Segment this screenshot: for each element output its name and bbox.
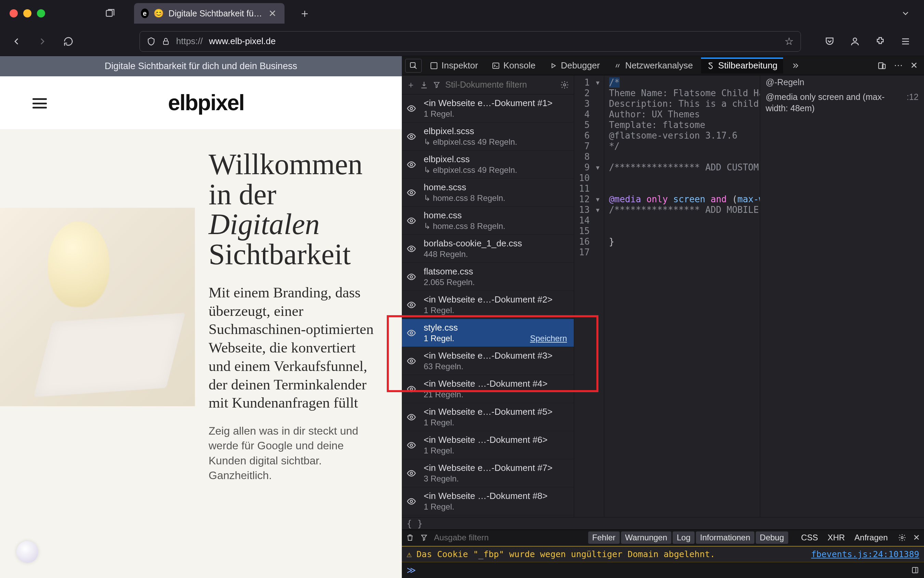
stylesheet-item[interactable]: home.scss↳ home.css 8 Regeln. <box>402 179 574 207</box>
tab-close-button[interactable]: ✕ <box>267 8 278 19</box>
console-input-row[interactable]: ≫ <box>402 562 924 578</box>
extensions-icon[interactable] <box>872 33 888 50</box>
visibility-eye-icon[interactable] <box>406 469 418 478</box>
visibility-eye-icon[interactable] <box>406 272 418 282</box>
stylesheet-item[interactable]: <in Webseite e…-Dokument #7>3 Regeln. <box>402 459 574 487</box>
new-tab-button[interactable]: ＋ <box>296 5 313 22</box>
pocket-icon[interactable] <box>821 33 838 50</box>
visibility-eye-icon[interactable] <box>406 104 418 113</box>
tab-network-label: Netzwerkanalyse <box>625 60 693 71</box>
visibility-eye-icon[interactable] <box>406 356 418 366</box>
responsive-mode-icon[interactable] <box>877 61 887 70</box>
stylesheet-item[interactable]: <in Webseite …-Dokument #4>21 Regeln. <box>402 375 574 403</box>
url-bar[interactable]: https://www.elb-pixel.de ☆ <box>139 31 801 52</box>
stylesheet-name: flatsome.css <box>424 266 569 277</box>
import-stylesheet-icon[interactable] <box>420 81 428 89</box>
visibility-eye-icon[interactable] <box>406 328 418 338</box>
stylesheet-item[interactable]: home.css↳ home.css 8 Regeln. <box>402 207 574 235</box>
stylesheet-item[interactable]: elbpixel.scss↳ elbpixel.css 49 Regeln. <box>402 122 574 151</box>
stylesheet-item[interactable]: <in Webseite e…-Dokument #1>1 Regel. <box>402 94 574 122</box>
stylesheet-item[interactable]: borlabs-cookie_1_de.css448 Regeln. <box>402 235 574 263</box>
stylesheet-item[interactable]: elbpixel.css↳ elbpixel.css 49 Regeln. <box>402 151 574 179</box>
menu-hamburger-icon[interactable] <box>32 98 47 109</box>
console-filter-chip[interactable]: Debug <box>756 531 788 544</box>
container-tabs-icon[interactable] <box>100 3 120 24</box>
visibility-eye-icon[interactable] <box>406 300 418 310</box>
window-minimize-button[interactable] <box>23 9 31 18</box>
devtools-menu-icon[interactable]: ⋯ <box>894 60 903 71</box>
at-rules-heading: @-Regeln <box>765 77 919 87</box>
visibility-eye-icon[interactable] <box>406 132 418 141</box>
console-clear-icon[interactable] <box>406 534 414 542</box>
stylesheet-item[interactable]: style.css1 Regel.Speichern <box>402 319 574 347</box>
stylesheet-item[interactable]: <in Webseite …-Dokument #6>1 Regel. <box>402 431 574 459</box>
stylesheet-rule-count: 63 Regeln. <box>424 362 569 371</box>
console-filter-chip[interactable]: Anfragen <box>851 531 892 544</box>
visibility-eye-icon[interactable] <box>406 244 418 253</box>
stylesheet-item[interactable]: flatsome.css2.065 Regeln. <box>402 263 574 291</box>
visibility-eye-icon[interactable] <box>406 188 418 198</box>
editor-panel: 1 ▾ 2 3 4 5 6 7 8 9 ▾ 10 11 12 ▾ 13 ▾ 14… <box>574 75 924 517</box>
at-rule-item[interactable]: @media only screen and (max-width: 48em)… <box>765 91 919 114</box>
console-icon <box>492 62 500 70</box>
stylesheet-item[interactable]: <in Webseite e…-Dokument #3>63 Regeln. <box>402 347 574 375</box>
console-filter-input[interactable] <box>434 533 523 542</box>
console-filter-chip[interactable]: Log <box>673 531 694 544</box>
stylesheet-item[interactable]: <in Webseite …-Dokument #8>1 Regel. <box>402 487 574 515</box>
stylesheet-save-link[interactable]: Speichern <box>530 334 567 343</box>
editor-code[interactable]: /* Theme Name: Flatsome Child Harmony De… <box>604 75 760 517</box>
tab-title: Digitale Sichtbarkeit für dein… <box>168 8 262 18</box>
console-filter-chip[interactable]: Fehler <box>588 531 620 544</box>
tab-debugger[interactable]: Debugger <box>544 57 605 73</box>
tab-inspector-label: Inspektor <box>442 60 478 71</box>
window-maximize-button[interactable] <box>37 9 45 18</box>
visibility-eye-icon[interactable] <box>406 440 418 450</box>
tabs-overflow-button[interactable] <box>901 8 910 18</box>
console-filter-chip[interactable]: Informationen <box>696 531 754 544</box>
visibility-eye-icon[interactable] <box>406 160 418 169</box>
visibility-eye-icon[interactable] <box>406 412 418 422</box>
reload-button[interactable] <box>59 32 78 51</box>
hero-text: Willkommen in der Digitalen Sichtbarkeit… <box>209 149 388 483</box>
tab-console[interactable]: Konsole <box>486 57 541 73</box>
svg-point-2 <box>853 38 857 41</box>
element-picker-icon[interactable] <box>405 59 422 73</box>
browser-tab[interactable]: e 😊 Digitale Sichtbarkeit für dein… ✕ <box>134 3 285 24</box>
site-logo[interactable]: elbpixel <box>168 90 244 115</box>
tabs-overflow[interactable] <box>786 59 805 73</box>
tab-style-editor[interactable]: Stilbearbeitung <box>701 57 783 73</box>
hero-heading-line3: Sichtbarkeit <box>209 238 351 271</box>
devtools-close-icon[interactable]: ✕ <box>910 60 918 71</box>
console-filter-chip[interactable]: Warnungen <box>621 531 671 544</box>
stylesheet-rule-count: ↳ home.css 8 Regeln. <box>424 221 569 231</box>
svg-rect-4 <box>431 63 437 69</box>
account-icon[interactable] <box>847 33 863 50</box>
visibility-eye-icon[interactable] <box>406 384 418 394</box>
chat-widget-icon[interactable] <box>16 541 38 563</box>
app-menu-icon[interactable] <box>897 33 914 50</box>
stylesheet-item[interactable]: <in Webseite e…-Dokument #2>1 Regel. <box>402 291 574 319</box>
stylesheet-filter-input[interactable] <box>445 80 555 90</box>
forward-button[interactable] <box>33 32 52 51</box>
bookmark-star-icon[interactable]: ☆ <box>785 35 794 47</box>
svg-point-23 <box>410 500 413 502</box>
tab-favicon: e <box>141 8 149 18</box>
stylesheet-settings-icon[interactable] <box>560 80 569 89</box>
console-settings-icon[interactable] <box>898 534 906 542</box>
tab-inspector[interactable]: Inspektor <box>424 57 484 73</box>
visibility-eye-icon[interactable] <box>406 497 418 506</box>
console-filter-chip[interactable]: XHR <box>824 531 849 544</box>
new-stylesheet-icon[interactable]: ＋ <box>406 79 415 90</box>
console-warning-row[interactable]: ⚠ Das Cookie "_fbp" wurde wegen ungültig… <box>402 546 924 562</box>
window-close-button[interactable] <box>10 9 18 18</box>
tab-network[interactable]: Netzwerkanalyse <box>608 57 698 73</box>
back-button[interactable] <box>7 32 26 51</box>
at-rule-line: :12 <box>906 91 919 114</box>
console-close-icon[interactable]: ✕ <box>913 533 920 542</box>
console-sidebar-toggle-icon[interactable] <box>911 566 919 574</box>
stylesheet-item[interactable]: <in Webseite e…-Dokument #5>1 Regel. <box>402 403 574 431</box>
css-editor[interactable]: 1 ▾ 2 3 4 5 6 7 8 9 ▾ 10 11 12 ▾ 13 ▾ 14… <box>574 75 760 517</box>
console-filter-chip[interactable]: CSS <box>797 531 822 544</box>
console-warning-source[interactable]: fbevents.js:24:101389 <box>811 549 919 559</box>
visibility-eye-icon[interactable] <box>406 216 418 226</box>
